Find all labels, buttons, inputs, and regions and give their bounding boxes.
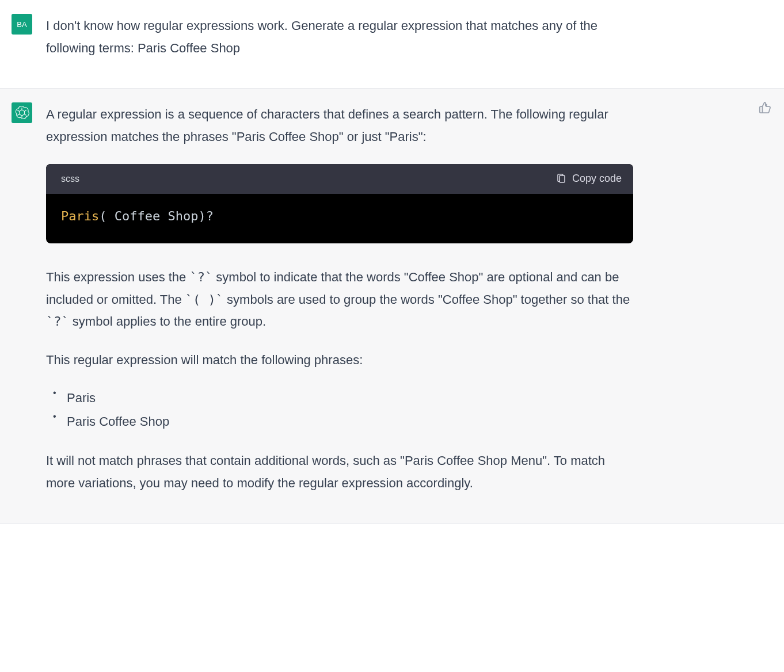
match-list: Paris Paris Coffee Shop (46, 387, 633, 433)
user-message-content: I don't know how regular expressions wor… (46, 14, 633, 59)
user-message-text: I don't know how regular expressions wor… (46, 15, 633, 59)
copy-code-label: Copy code (572, 170, 622, 188)
inline-code-parens: `( )` (185, 292, 223, 307)
list-item: Paris Coffee Shop (53, 411, 633, 433)
assistant-avatar (12, 102, 32, 123)
assistant-message-block: A regular expression is a sequence of ch… (0, 89, 784, 524)
assistant-explanation-3: It will not match phrases that contain a… (46, 450, 633, 494)
text-segment: This expression uses the (46, 270, 189, 284)
user-message-block: BA I don't know how regular expressions … (0, 0, 784, 89)
copy-code-button[interactable]: Copy code (556, 170, 622, 188)
feedback-actions (759, 101, 771, 114)
code-block-header: scss Copy code (46, 164, 633, 194)
code-content[interactable]: Paris( Coffee Shop)? (46, 194, 633, 244)
clipboard-icon (556, 174, 566, 184)
code-token-rest: ( Coffee Shop)? (99, 209, 214, 223)
user-avatar-initials: BA (17, 20, 26, 29)
code-language-label: scss (61, 171, 79, 187)
assistant-explanation-1: This expression uses the `?` symbol to i… (46, 266, 633, 333)
inline-code-question-mark-2: `?` (46, 314, 69, 329)
openai-logo-icon (14, 105, 29, 120)
text-segment: symbol applies to the entire group. (69, 314, 266, 329)
list-item: Paris (53, 387, 633, 410)
assistant-explanation-2: This regular expression will match the f… (46, 349, 633, 372)
code-block: scss Copy code Paris( Coffee Shop)? (46, 164, 633, 243)
code-token-function: Paris (61, 209, 99, 223)
assistant-intro-text: A regular expression is a sequence of ch… (46, 104, 633, 148)
svg-rect-0 (560, 175, 565, 182)
thumbs-up-icon[interactable] (759, 101, 771, 114)
user-avatar: BA (12, 14, 32, 35)
assistant-message-content: A regular expression is a sequence of ch… (46, 102, 633, 494)
inline-code-question-mark: `?` (189, 270, 212, 284)
text-segment: symbols are used to group the words "Cof… (223, 292, 630, 307)
